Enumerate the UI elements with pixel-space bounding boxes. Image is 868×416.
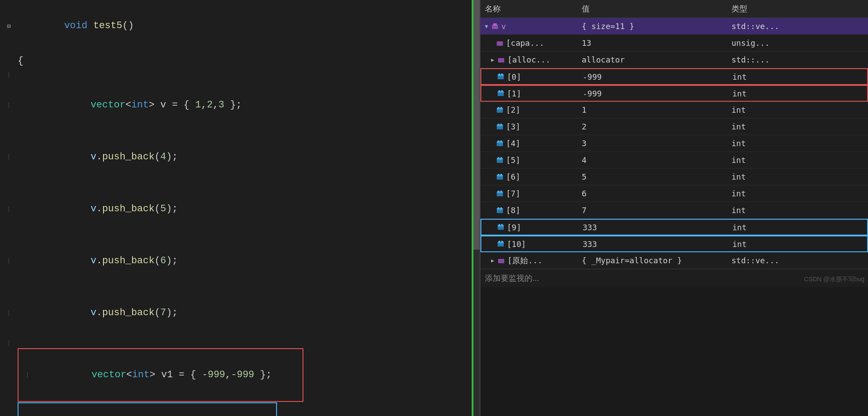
code-text: list<int> l1 = { 333,333 }; (45, 404, 248, 416)
watch-row-4[interactable]: [4] 3 int (480, 135, 868, 152)
watch-cell-value: 13 (577, 37, 727, 48)
watch-row-10[interactable]: [10] 333 int (480, 236, 868, 252)
punct: () (122, 20, 134, 31)
watch-row-7[interactable]: [7] 6 int (480, 185, 868, 202)
svg-rect-30 (500, 157, 502, 159)
watch-row-v-root[interactable]: ▼ v { size=11 } std::ve... (480, 18, 868, 35)
var-value: 333 (583, 223, 597, 232)
scrollbar-track[interactable] (473, 0, 480, 416)
svg-rect-37 (498, 191, 499, 192)
svg-rect-18 (500, 107, 502, 109)
watch-cell-type: int (727, 104, 868, 115)
var-name: [6] (506, 172, 521, 181)
scrollbar-thumb[interactable] (473, 0, 480, 250)
svg-rect-21 (498, 124, 499, 125)
code-line-blank: │ (0, 339, 480, 348)
var-name: [8] (506, 206, 521, 215)
watch-cell-value: 333 (578, 222, 728, 233)
var-icon-cube (496, 190, 503, 197)
var-icon-cube (497, 73, 504, 80)
watch-cell-value: 7 (577, 205, 727, 216)
watch-row-2[interactable]: [2] 1 int (480, 102, 868, 118)
svg-rect-42 (500, 207, 502, 209)
var-value: 13 (582, 38, 591, 48)
var-value: -999 (583, 72, 602, 81)
var-name: [2] (506, 105, 521, 114)
code-line-blue-highlight: │ list<int> l1 = { 333,333 }; (18, 402, 277, 416)
watch-row-1[interactable]: [1] -999 int (480, 85, 868, 102)
watch-cell-value: 3 (577, 138, 727, 149)
indent-line: │ (7, 340, 10, 346)
add-watch-label: 添加要监视的... (485, 274, 539, 283)
svg-rect-29 (498, 157, 499, 159)
watch-cell-type: int (727, 121, 868, 132)
gutter: │ (0, 206, 18, 212)
expand-icon[interactable]: ▶ (491, 258, 494, 264)
expand-icon[interactable]: ▼ (485, 23, 488, 29)
var-icon-cube (496, 157, 503, 164)
code-text: v.push_back(5); (44, 184, 178, 234)
indent-line: │ (26, 372, 29, 378)
var-icon-cube (496, 173, 503, 180)
watch-row-alloc[interactable]: ▶ [alloc... allocator std::... (480, 52, 868, 68)
code-content: ⊟ void test5() { │ │ vector<int> v = { 1… (0, 0, 480, 416)
indent-line: │ (7, 154, 10, 160)
gutter: │ (0, 102, 18, 108)
collapse-icon[interactable]: ⊟ (7, 22, 11, 30)
watch-row-0[interactable]: [0] -999 int (480, 68, 868, 85)
var-icon-cube (496, 123, 503, 130)
var-name: [1] (507, 89, 521, 98)
svg-rect-10 (501, 74, 503, 75)
var-value: allocator (582, 55, 625, 64)
watch-cell-type: int (727, 205, 868, 216)
var-name: [capa... (506, 38, 544, 48)
svg-rect-50 (501, 241, 503, 243)
code-line: │ v.push_back(5); (0, 183, 480, 235)
var-value: -999 (583, 89, 602, 98)
var-icon-cube (496, 207, 503, 214)
var-name: [原始... (507, 255, 542, 266)
watch-cell-name: [1] (481, 88, 578, 99)
watch-cell-type: std::ve... (727, 255, 868, 266)
watch-cell-value: 6 (577, 188, 727, 199)
code-text: { (18, 53, 23, 70)
watch-cell-name: ▼ v (480, 21, 577, 32)
indent-line: │ (7, 258, 10, 264)
var-value: 4 (582, 155, 587, 165)
var-type: int (731, 206, 746, 215)
watch-row-capa[interactable]: [capa... 13 unsig... (480, 35, 868, 52)
code-line: │ vector<int> v = { 1,2,3 }; (0, 79, 480, 131)
indent-line: │ (7, 102, 10, 108)
var-value: 1 (582, 105, 587, 114)
var-type: int (731, 139, 746, 148)
var-name: [7] (506, 189, 521, 198)
watch-row-5[interactable]: [5] 4 int (480, 152, 868, 169)
watch-cell-type: int (727, 155, 868, 166)
watch-row-3[interactable]: [3] 2 int (480, 118, 868, 135)
var-icon-cube (496, 140, 503, 147)
indent-line: │ (7, 310, 10, 316)
expand-icon[interactable]: ▶ (491, 57, 494, 63)
svg-rect-41 (498, 207, 499, 209)
var-value: { _Mypair=allocator } (582, 256, 682, 265)
var-value: 5 (582, 172, 587, 181)
code-text: v.push_back(6); (44, 236, 178, 286)
var-type: std::ve... (731, 256, 779, 265)
var-value: 7 (582, 206, 587, 215)
watch-row-9[interactable]: [9] 333 int (480, 219, 868, 236)
watch-cell-name: [6] (480, 171, 577, 182)
var-type: int (731, 172, 746, 181)
gutter[interactable]: ⊟ (0, 22, 18, 30)
watch-row-6[interactable]: [6] 5 int (480, 169, 868, 185)
watch-cell-type: int (727, 171, 868, 182)
code-text: vector<int> v1 = { -999,-999 }; (45, 350, 272, 400)
watch-row-orig[interactable]: ▶ [原始... { _Mypair=allocator } std::ve..… (480, 252, 868, 269)
var-type: int (732, 89, 747, 98)
code-text: v.push_back(7); (44, 288, 178, 338)
col-header-value: 值 (577, 2, 727, 16)
watch-row-8[interactable]: [8] 7 int (480, 202, 868, 219)
gutter: │ (0, 310, 18, 316)
watch-cell-name: ▶ [alloc... (480, 54, 577, 65)
watch-cell-value: 5 (577, 171, 727, 182)
watch-cell-name: [2] (480, 104, 577, 115)
